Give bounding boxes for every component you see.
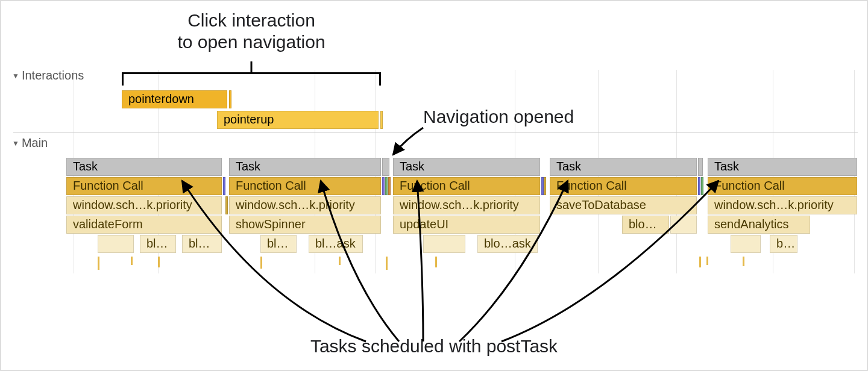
stack-frame[interactable]: window.sch…k.priority (66, 196, 222, 214)
stack-frame-label: blo…ask (484, 237, 531, 250)
stack-frame-label: window.sch…k.priority (236, 198, 355, 211)
flame-tick (743, 257, 744, 266)
gap-hatch (698, 158, 703, 176)
track-header-label: Main (22, 136, 48, 149)
task-label: Task (556, 160, 581, 173)
flame-tick (386, 257, 388, 270)
stack-frame-label: saveToDatabase (556, 198, 646, 211)
task-block[interactable]: Task (393, 158, 540, 176)
task-block[interactable]: Task (229, 158, 381, 176)
annotation-text: Tasks scheduled with postTask (310, 336, 558, 356)
annotation-text: Navigation opened (423, 107, 574, 126)
stack-frame-label: showSpinner (236, 217, 306, 231)
flame-tick (699, 257, 701, 267)
annotation-tasks-posttask: Tasks scheduled with postTask (1, 336, 867, 357)
annotation-click-interaction: Click interaction to open navigation (122, 10, 381, 53)
function-call-label: Function Call (714, 179, 785, 192)
task-label: Task (714, 160, 739, 173)
task-label: Task (236, 160, 260, 173)
stack-frame[interactable]: blo…ask (477, 235, 538, 253)
flame-tick (706, 257, 708, 265)
stack-frame-label: window.sch…k.priority (73, 198, 192, 211)
stack-frame[interactable]: bl…ask (309, 235, 363, 253)
interaction-hatch (229, 90, 231, 108)
stack-frame[interactable]: validateForm (66, 216, 222, 234)
stack-frame[interactable] (98, 235, 134, 253)
track-header-interactions[interactable]: ▼Interactions (12, 69, 84, 83)
function-call-block[interactable]: Function Call (229, 177, 381, 195)
gap-hatch (544, 177, 546, 195)
stack-frame-label: blo…sk (629, 217, 669, 231)
stack-frame-label: updateUI (400, 217, 448, 231)
stack-frame[interactable]: b… (770, 235, 797, 253)
function-call-block[interactable]: Function Call (66, 177, 222, 195)
function-call-label: Function Call (236, 179, 306, 192)
stack-frame[interactable]: showSpinner (229, 216, 381, 234)
function-call-label: Function Call (400, 179, 470, 192)
stack-frame[interactable]: blo…sk (622, 216, 669, 234)
flame-tick (260, 257, 262, 269)
annotation-text-line1: Click interaction (187, 10, 315, 30)
stack-frame[interactable] (731, 235, 761, 253)
gap-hatch (382, 158, 389, 176)
function-call-block[interactable]: Function Call (550, 177, 697, 195)
stack-frame[interactable] (423, 235, 465, 253)
stack-frame[interactable]: bl…k (140, 235, 176, 253)
interaction-label: pointerup (224, 113, 274, 126)
stack-frame-label: window.sch…k.priority (400, 198, 519, 211)
task-block[interactable]: Task (66, 158, 222, 176)
flame-tick (435, 257, 437, 267)
chevron-down-icon: ▼ (12, 139, 19, 148)
gap-hatch (225, 196, 228, 214)
interaction-pointerdown[interactable]: pointerdown (122, 90, 227, 108)
interaction-label: pointerdown (128, 92, 194, 105)
flame-tick (98, 257, 99, 270)
stack-frame[interactable]: saveToDatabase (550, 196, 697, 214)
track-header-main[interactable]: ▼Main (12, 136, 48, 150)
interaction-pointerup[interactable]: pointerup (217, 111, 379, 129)
flame-tick (158, 257, 160, 267)
stack-frame[interactable]: bl…k (260, 235, 297, 253)
stack-frame-label: blo…sk (189, 237, 222, 250)
gap-hatch (223, 177, 225, 195)
stack-frame-label: bl…k (146, 237, 174, 250)
function-call-label: Function Call (73, 179, 143, 192)
flame-tick (131, 257, 133, 265)
task-block[interactable]: Task (708, 158, 857, 176)
stack-frame[interactable]: window.sch…k.priority (708, 196, 857, 214)
task-label: Task (400, 160, 424, 173)
gap-hatch (385, 177, 388, 195)
stack-frame-label: b… (776, 237, 795, 250)
gap-hatch (701, 177, 703, 195)
gap-hatch (698, 177, 700, 195)
stack-frame[interactable]: window.sch…k.priority (393, 196, 540, 214)
task-block[interactable]: Task (550, 158, 697, 176)
stack-frame-label: sendAnalytics (714, 217, 788, 231)
function-call-block[interactable]: Function Call (393, 177, 540, 195)
stack-frame-label: validateForm (73, 217, 143, 231)
flame-tick (339, 257, 341, 265)
gap-hatch (382, 177, 385, 195)
track-header-label: Interactions (22, 69, 84, 82)
section-divider (13, 132, 858, 133)
stack-frame[interactable]: window.sch…k.priority (229, 196, 381, 214)
stack-frame-label: window.sch…k.priority (714, 198, 834, 211)
stack-frame-label: bl…ask (315, 237, 356, 250)
function-call-block[interactable]: Function Call (708, 177, 857, 195)
stack-frame[interactable]: updateUI (393, 216, 540, 234)
interaction-hatch (380, 111, 383, 129)
chevron-down-icon: ▼ (12, 72, 19, 80)
stack-frame-label: bl…k (267, 237, 295, 250)
stack-frame[interactable] (670, 216, 697, 234)
stack-frame[interactable]: sendAnalytics (708, 216, 810, 234)
task-label: Task (73, 160, 98, 173)
function-call-label: Function Call (556, 179, 627, 192)
annotation-text-line2: to open navigation (177, 32, 325, 52)
gap-hatch (388, 177, 391, 195)
stack-frame[interactable]: blo…sk (182, 235, 222, 253)
annotation-navigation-opened: Navigation opened (423, 107, 574, 127)
